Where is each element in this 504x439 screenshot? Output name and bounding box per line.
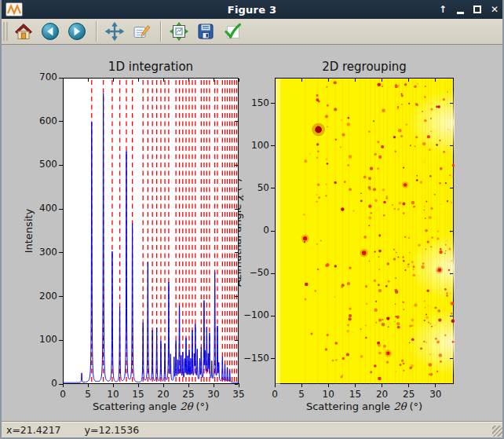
y-tick-mark [450, 188, 453, 188]
x-tick-mark [113, 383, 114, 387]
back-icon [41, 22, 60, 41]
y-tick-mark [450, 316, 453, 316]
x-tick-mark [113, 79, 114, 82]
y-tick-mark [59, 340, 63, 341]
y-tick-label: −150 [233, 353, 269, 364]
y-tick-label: 0 [233, 225, 269, 236]
forward-button[interactable] [66, 20, 89, 43]
pan-button[interactable] [104, 20, 127, 43]
y-tick-mark [450, 231, 453, 232]
edit-plot-button[interactable] [130, 20, 154, 43]
figure-canvas[interactable]: 1D integration 2D regrouping Intensity A… [0, 46, 504, 421]
y-tick-mark [235, 78, 238, 79]
y-tick-label: 700 [21, 71, 57, 82]
y-tick-mark [450, 103, 453, 104]
x-tick-label: 30 [418, 389, 453, 400]
y-tick-mark [271, 188, 275, 188]
toolbar-separator [160, 21, 162, 42]
y-tick-label: 400 [21, 203, 57, 214]
x-tick-mark [163, 383, 164, 387]
y-tick-mark [271, 358, 275, 359]
x-tick-mark [138, 383, 139, 387]
rollup-button[interactable]: ↑ [436, 2, 449, 16]
right-axes-2d-regrouping[interactable] [275, 78, 454, 384]
x-tick-mark [355, 79, 356, 82]
y-tick-mark [235, 165, 238, 166]
left-plot-title: 1D integration [63, 60, 239, 74]
window-controls: ↑ ✕ [436, 0, 501, 19]
y-tick-mark [450, 273, 453, 274]
left-axes-1d-integration[interactable] [63, 78, 239, 384]
toolbar-separator [96, 21, 97, 42]
home-icon [14, 22, 33, 41]
configure-subplots-icon [170, 22, 188, 41]
x-tick-mark [239, 79, 239, 82]
configure-subplots-button[interactable] [168, 20, 192, 43]
x-tick-mark [188, 383, 189, 387]
x-tick-mark [301, 79, 302, 82]
right-plot-title: 2D regrouping [275, 60, 454, 74]
y-tick-label: 600 [21, 115, 57, 126]
y-tick-mark [59, 252, 63, 253]
right-x-axis-label: Scattering angle 2θ (°) [275, 401, 454, 412]
resize-grip-icon[interactable] [492, 426, 503, 437]
x-tick-mark [138, 79, 139, 82]
close-button[interactable]: ✕ [488, 2, 501, 16]
minimize-icon [457, 12, 464, 14]
y-tick-label: 150 [233, 97, 269, 108]
y-tick-label: −50 [233, 267, 269, 278]
pan-icon [105, 22, 124, 41]
y-tick-mark [235, 252, 238, 253]
titlebar[interactable]: Figure 3 ↑ ✕ [0, 0, 504, 19]
statusbar: x=21.4217 y=12.1536 [0, 421, 504, 437]
y-tick-label: −100 [233, 309, 269, 320]
x-tick-mark [63, 79, 64, 82]
x-tick-mark [214, 383, 214, 387]
y-tick-label: 0 [21, 378, 57, 389]
y-tick-mark [59, 121, 63, 122]
maximize-button[interactable] [471, 2, 484, 16]
y-tick-mark [271, 273, 275, 274]
y-tick-mark [235, 121, 238, 122]
window-title: Figure 3 [0, 4, 504, 16]
y-tick-mark [59, 165, 63, 166]
y-tick-mark [235, 209, 238, 210]
y-tick-label: 100 [233, 140, 269, 151]
x-tick-mark [214, 79, 214, 82]
x-tick-mark [88, 79, 89, 82]
x-tick-mark [239, 383, 239, 387]
x-tick-mark [163, 79, 164, 82]
y-tick-mark [59, 384, 63, 385]
x-tick-mark [275, 383, 276, 387]
validate-check-icon [223, 22, 242, 41]
y-tick-mark [271, 231, 275, 232]
home-button[interactable] [13, 20, 36, 43]
y-tick-mark [59, 209, 63, 210]
x-tick-mark [188, 79, 189, 82]
y-tick-label: 500 [21, 159, 57, 170]
x-tick-mark [328, 79, 329, 82]
save-icon [196, 22, 215, 41]
y-tick-mark [235, 340, 238, 341]
x-tick-label: 35 [221, 389, 256, 400]
y-tick-mark [450, 358, 453, 359]
edit-plot-icon [132, 22, 151, 41]
figure-window: Figure 3 ↑ ✕ [0, 0, 504, 439]
y-tick-mark [271, 103, 275, 104]
y-tick-mark [59, 78, 63, 79]
validate-button[interactable] [221, 20, 245, 43]
y-tick-mark [59, 296, 63, 297]
y-tick-mark [271, 316, 275, 316]
x-tick-mark [408, 79, 409, 82]
y-tick-mark [235, 296, 238, 297]
save-button[interactable] [195, 20, 218, 43]
forward-icon [68, 22, 86, 41]
toolbar-drag-handle[interactable] [3, 22, 8, 41]
x-tick-mark [435, 79, 436, 82]
minimize-button[interactable] [454, 2, 466, 16]
x-tick-mark [355, 383, 356, 387]
y-tick-mark [450, 145, 453, 146]
x-tick-mark [88, 383, 89, 387]
back-button[interactable] [39, 20, 63, 43]
left-x-axis-label: Scattering angle 2θ (°) [63, 401, 239, 412]
